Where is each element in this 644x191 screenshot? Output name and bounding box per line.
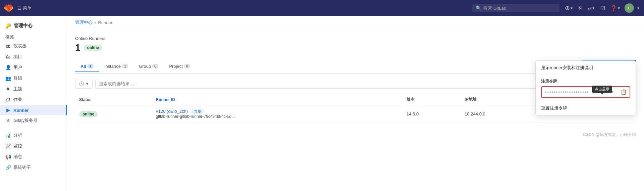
- token-input-wrap: 👁 📋 点击显示: [541, 86, 630, 98]
- sidebar-item-label: 主题: [13, 86, 22, 92]
- tab-group[interactable]: Group 0: [133, 61, 164, 72]
- tab-instance-label: Instance: [104, 64, 121, 69]
- todo-icon: ☑: [600, 5, 605, 11]
- show-instructions-item[interactable]: 显示runner安装和注册说明: [536, 61, 636, 75]
- global-search[interactable]: 🔍: [472, 4, 559, 12]
- runner-id-link[interactable]: #120 (dEib_2zh): [156, 109, 188, 114]
- help-icon: ❓: [610, 5, 617, 11]
- sidebar-item-topics[interactable]: # 主题: [0, 84, 67, 94]
- top-navigation: ☰ 菜单 🔍 ⊕ ▼ ⎘ ⇄ ▼ ☑ ❓ ▼ U ▼: [0, 0, 644, 16]
- merge-chevron: ▼: [592, 6, 595, 10]
- groups-icon: 👥: [5, 76, 11, 81]
- breadcrumb-current: Runner: [98, 20, 112, 25]
- online-badge: online: [84, 45, 102, 51]
- token-section-label: 注册令牌: [541, 79, 630, 84]
- register-dropdown-panel: 显示runner安装和注册说明 注册令牌 👁 📋 点击显示 重置注册令牌: [535, 60, 636, 115]
- footer-text: CSDN @远方有海，小样不乖: [583, 132, 636, 137]
- sidebar-item-label: 分析: [13, 132, 22, 138]
- breadcrumb-separator: ›: [95, 20, 96, 25]
- sidebar-item-label: 监控: [13, 143, 22, 149]
- reset-token-label: 重置注册令牌: [541, 105, 567, 110]
- avatar-chevron: ▼: [637, 6, 640, 10]
- sidebar-item-projects[interactable]: 🗂 项目: [0, 51, 67, 62]
- runner-status-cell: online: [75, 105, 152, 123]
- search-filter-button[interactable]: 🕐 ▼: [75, 79, 93, 89]
- token-show-button[interactable]: 👁: [605, 87, 617, 97]
- col-runner-id: Runner ID: [152, 94, 402, 105]
- todo-button[interactable]: ☑: [599, 4, 606, 13]
- help-chevron: ▼: [617, 6, 621, 10]
- token-input[interactable]: [542, 87, 605, 97]
- col-status: Status: [75, 94, 152, 105]
- runner-shared-badge: 共享: [191, 109, 204, 114]
- user-avatar[interactable]: U: [625, 3, 634, 13]
- tab-group-count: 0: [152, 64, 158, 68]
- runner-id-cell: #120 (dEib_2zh) 共享 gitlab-runner-gitlab-…: [152, 105, 402, 123]
- sidebar: 🔑 管理中心 概览 ▦ 仪表板 🗂 项目 👤 用户 👥 群组 # 主题 ⏱ 作业: [0, 16, 67, 191]
- admin-icon: 🔑: [5, 23, 11, 29]
- gitlab-logo[interactable]: [4, 3, 13, 13]
- add-chevron: ▼: [570, 6, 573, 10]
- col-version: 版本: [402, 94, 461, 105]
- nav-menu-button[interactable]: ☰ 菜单: [17, 5, 32, 11]
- token-section: 注册令牌 👁 📋 点击显示: [536, 75, 636, 101]
- hooks-icon: 🔗: [5, 165, 11, 170]
- copy-icon: 📋: [621, 89, 627, 95]
- snippet-button[interactable]: ⎘: [577, 4, 583, 12]
- analytics-icon: 📊: [5, 133, 11, 138]
- nav-icon-group: ⊕ ▼ ⎘ ⇄ ▼ ☑ ❓ ▼ U ▼: [564, 3, 640, 13]
- snippet-icon: ⎘: [579, 5, 582, 11]
- gitaly-icon: 🖥: [5, 118, 11, 123]
- reset-token-item[interactable]: 重置注册令牌: [536, 101, 636, 115]
- merge-button[interactable]: ⇄ ▼: [586, 4, 596, 13]
- page-layout: 🔑 管理中心 概览 ▦ 仪表板 🗂 项目 👤 用户 👥 群组 # 主题 ⏱ 作业: [0, 16, 644, 191]
- sidebar-item-label: 作业: [13, 97, 22, 103]
- topics-icon: #: [5, 86, 11, 92]
- hamburger-icon: ☰: [17, 6, 21, 11]
- sidebar-item-label: Gitaly服务器: [13, 117, 38, 124]
- token-input-row: 👁 📋: [541, 86, 630, 98]
- sidebar-item-label: 系统钩子: [13, 164, 31, 171]
- sidebar-item-hooks[interactable]: 🔗 系统钩子: [0, 162, 67, 173]
- sidebar-item-messages[interactable]: 📢 消息: [0, 151, 67, 162]
- sidebar-item-analytics[interactable]: 📊 分析: [0, 130, 67, 141]
- search-input[interactable]: [483, 6, 550, 11]
- tab-project[interactable]: Project 0: [164, 61, 196, 72]
- runner-icon: ▶: [5, 107, 11, 113]
- sidebar-item-label: 消息: [13, 154, 22, 160]
- sidebar-item-label: 仪表板: [13, 43, 26, 49]
- sidebar-item-groups[interactable]: 👥 群组: [0, 73, 67, 84]
- tab-project-count: 0: [184, 64, 190, 68]
- users-icon: 👤: [5, 65, 11, 70]
- dashboard-icon: ▦: [5, 43, 11, 49]
- sidebar-item-gitaly[interactable]: 🖥 Gitaly服务器: [0, 115, 67, 126]
- add-button[interactable]: ⊕ ▼: [564, 3, 575, 13]
- token-copy-button[interactable]: 📋: [617, 87, 630, 97]
- tab-all[interactable]: All 1: [75, 61, 99, 72]
- sidebar-title: 管理中心: [14, 23, 33, 29]
- filter-history-icon: 🕐: [79, 81, 84, 86]
- runner-description: gitlab-runner-gitlab-runner-79c494b84c-5…: [156, 114, 398, 119]
- online-runners-label: Online Runners: [75, 36, 636, 41]
- sidebar-item-runner[interactable]: ▶ Runner: [0, 105, 67, 115]
- menu-label: 菜单: [23, 5, 32, 11]
- col-ip: IP地址: [461, 94, 543, 105]
- footer: CSDN @远方有海，小样不乖: [67, 129, 644, 140]
- sidebar-item-jobs[interactable]: ⏱ 作业: [0, 94, 67, 105]
- online-runners-number: 1: [75, 42, 80, 53]
- tab-instance[interactable]: Instance 1: [99, 61, 133, 72]
- sidebar-item-monitoring[interactable]: 📈 监控: [0, 141, 67, 151]
- tab-instance-count: 1: [122, 64, 128, 68]
- sidebar-item-users[interactable]: 👤 用户: [0, 62, 67, 73]
- projects-icon: 🗂: [5, 54, 11, 59]
- breadcrumb-parent[interactable]: 管理中心: [75, 19, 93, 26]
- help-button[interactable]: ❓ ▼: [609, 4, 622, 13]
- sidebar-item-label: 项目: [13, 54, 22, 60]
- filter-chevron-icon: ▼: [86, 82, 89, 86]
- sidebar-item-dashboard[interactable]: ▦ 仪表板: [0, 41, 67, 51]
- show-instructions-label: 显示runner安装和注册说明: [541, 65, 593, 70]
- tab-all-label: All: [80, 64, 86, 69]
- messages-icon: 📢: [5, 154, 11, 159]
- search-icon: 🔍: [476, 5, 481, 11]
- sidebar-item-label: 用户: [13, 64, 22, 70]
